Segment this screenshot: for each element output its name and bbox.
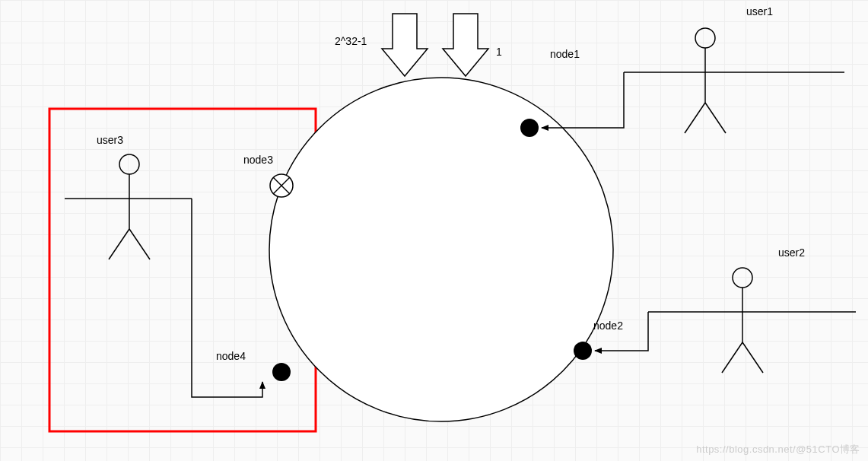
- connector-user3-node4: [192, 199, 262, 397]
- hash-ring: [269, 78, 613, 421]
- user3-stick-figure: [65, 154, 192, 259]
- node2-dot: [574, 342, 592, 360]
- label-node3: node3: [243, 154, 273, 166]
- svg-line-16: [109, 229, 129, 259]
- label-1: 1: [496, 46, 502, 58]
- svg-point-3: [695, 28, 715, 48]
- label-2pow32minus1: 2^32-1: [335, 35, 367, 47]
- label-node4: node4: [216, 350, 246, 362]
- svg-point-13: [119, 154, 139, 174]
- svg-line-12: [742, 342, 763, 373]
- user1-stick-figure: [624, 28, 844, 133]
- arrow-1: [443, 14, 488, 76]
- arrow-2pow32minus1: [382, 14, 428, 76]
- label-user3: user3: [97, 134, 123, 146]
- label-user1: user1: [746, 5, 773, 17]
- svg-point-8: [733, 268, 752, 288]
- svg-line-7: [705, 103, 726, 133]
- svg-line-17: [129, 229, 150, 259]
- label-user2: user2: [778, 246, 805, 259]
- node1-dot: [520, 119, 539, 137]
- node4-dot: [272, 363, 291, 381]
- label-node1: node1: [550, 48, 580, 60]
- diagram-canvas: [0, 0, 868, 461]
- label-node2: node2: [593, 320, 623, 332]
- svg-line-11: [722, 342, 742, 373]
- node3-dot-removed: [270, 174, 293, 197]
- svg-line-6: [685, 103, 705, 133]
- user2-stick-figure: [648, 268, 856, 373]
